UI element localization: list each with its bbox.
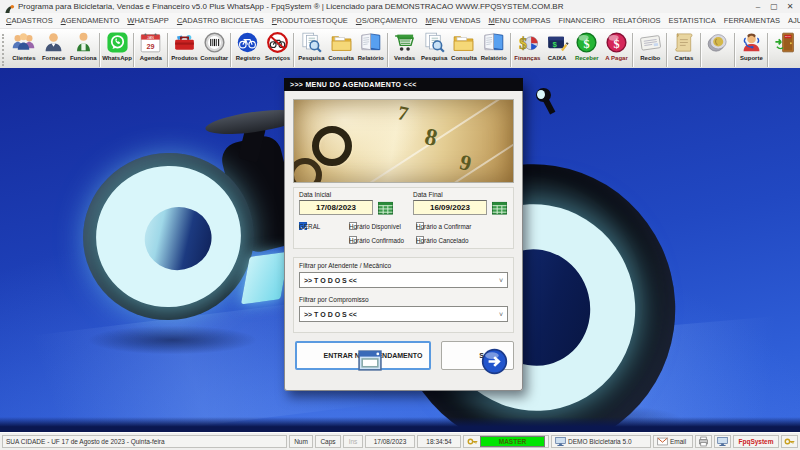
menu-item-label: ESTATISTICA — [669, 16, 716, 25]
toolbar-separator — [666, 33, 668, 67]
toolbar-button-consulta[interactable]: Consulta — [326, 30, 356, 70]
folder-icon — [330, 31, 353, 54]
menu-item-whatsapp[interactable]: WHATSAPP — [123, 16, 173, 25]
toolbar-separator — [293, 33, 295, 67]
toolbar-button-registro[interactable]: Registro — [233, 30, 263, 70]
status-user-panel: MASTER — [463, 435, 549, 448]
maximize-icon[interactable]: ▢ — [766, 0, 782, 13]
cash-book-icon: $ — [546, 31, 569, 54]
support-icon — [740, 31, 763, 54]
toolbar-button-suporte[interactable]: Suporte — [737, 30, 767, 70]
toolbar-button-relatorio[interactable]: Relatório — [356, 30, 386, 70]
toolbar-button-fornece[interactable]: Fornece — [39, 30, 69, 70]
menu-item-label: RELATÓRIOS — [613, 16, 661, 25]
toolbar-separator — [510, 33, 512, 67]
toolbar-button-label: Finanças — [514, 54, 540, 62]
toolbar-button-coin[interactable] — [703, 30, 733, 70]
menu-item-os-orcamento[interactable]: OS/ORÇAMENTO — [352, 16, 422, 25]
menu-item-ajuda[interactable]: AJUDA — [784, 16, 800, 25]
menu-item-ferramentas[interactable]: FERRAMENTAS — [720, 16, 784, 25]
checkbox-horario-a-confirmar[interactable]: Horário a Confirmar — [416, 222, 424, 230]
status-num: Num — [289, 435, 313, 448]
toolbar-button-receber[interactable]: $Receber — [572, 30, 602, 70]
app-logo-icon — [4, 1, 15, 12]
bike-mirror-glow — [537, 90, 545, 99]
toolbar-button-exit-door[interactable]: EXIT — [770, 30, 800, 70]
svg-text:29: 29 — [147, 43, 155, 51]
toolbar: ClientesForneceFuncionaWhatsAppJAN29Agen… — [0, 29, 800, 71]
toolbar-button-vendas[interactable]: Vendas — [390, 30, 420, 70]
svg-text:$: $ — [584, 37, 590, 51]
menu-item-menu-compras[interactable]: MENU COMPRAS — [484, 16, 554, 25]
menu-item-cadastros[interactable]: CADASTROS — [2, 16, 57, 25]
toolbar-button-consulta[interactable]: Consulta — [449, 30, 479, 70]
status-product: DEMO Bicicletaria 5.0 — [568, 438, 632, 445]
menu-item-cadastro-bicicletas[interactable]: CADASTRO BICICLETAS — [173, 16, 268, 25]
menu-item-label: CADASTROS — [6, 16, 53, 25]
date-end-field[interactable]: 16/09/2023 — [413, 200, 487, 215]
menu-item-menu-vendas[interactable]: MENU VENDAS — [421, 16, 484, 25]
sair-button[interactable]: SAIR — [441, 341, 514, 370]
search-doc-icon — [423, 31, 446, 54]
menu-item-relatorios[interactable]: RELATÓRIOS — [609, 16, 665, 25]
date-end-calendar-button[interactable] — [492, 201, 507, 215]
toolbar-button-label: Registro — [236, 54, 260, 62]
toolbar-button-caixa[interactable]: $CAIXA — [542, 30, 572, 70]
toolbar-button-agenda[interactable]: JAN29Agenda — [136, 30, 166, 70]
money-pie-icon: $ — [516, 31, 539, 54]
checkbox-horario-cancelado-label: Horário Cancelado — [416, 237, 469, 244]
enter-agendamento-button[interactable]: ENTRAR NO AGENDAMENTO — [295, 341, 431, 370]
menu-item-label: AJUDA — [788, 16, 800, 25]
close-icon[interactable]: ✕ — [782, 0, 798, 13]
coin-icon — [706, 31, 729, 54]
toolbar-button-label: Consulta — [451, 54, 477, 62]
minimize-icon[interactable]: – — [750, 0, 766, 13]
checkbox-horario-confirmado[interactable]: Horário Confirmado — [349, 236, 357, 244]
svg-text:$: $ — [552, 40, 557, 49]
status-caps: Caps — [315, 435, 341, 448]
toolbar-button-clientes[interactable]: Clientes — [9, 30, 39, 70]
people-icon — [12, 31, 35, 54]
toolbar-button-label: Agenda — [140, 54, 162, 62]
toolbar-button-servicos[interactable]: Serviços — [263, 30, 293, 70]
person-icon — [42, 31, 65, 54]
toolbar-button-cartas[interactable]: Cartas — [669, 30, 699, 70]
monitor-icon — [555, 436, 566, 447]
toolbar-button-relatorio[interactable]: Relatório — [479, 30, 509, 70]
menu-item-label: WHATSAPP — [127, 16, 169, 25]
filter-commitment-select[interactable]: >> T O D O S << ˅ — [299, 306, 508, 322]
date-start-field[interactable]: 17/08/2023 — [299, 200, 373, 215]
toolbar-button-label: CAIXA — [548, 54, 567, 62]
status-monitor-panel[interactable] — [714, 435, 731, 448]
toolbar-button-label: Pesquisa — [421, 54, 447, 62]
filter-attendant-select[interactable]: >> T O D O S << ˅ — [299, 272, 508, 288]
menu-item-estatistica[interactable]: ESTATISTICA — [665, 16, 720, 25]
checkbox-horario-disponivel[interactable]: Horário Disponível — [349, 222, 357, 230]
menu-item-label: FERRAMENTAS — [724, 16, 780, 25]
toolbar-button-pesquisa[interactable]: Pesquisa — [419, 30, 449, 70]
menu-item-produto-estoque[interactable]: PRODUTO/ESTOQUE — [268, 16, 352, 25]
status-user-badge: MASTER — [480, 436, 545, 447]
toolbar-separator — [133, 33, 135, 67]
status-email-label: Email — [670, 438, 686, 445]
checkbox-geral[interactable]: GERAL — [299, 222, 307, 230]
checkbox-horario-cancelado[interactable]: Horário Cancelado — [416, 236, 424, 244]
status-email-panel[interactable]: Email — [653, 435, 693, 448]
date-start-calendar-button[interactable] — [378, 201, 393, 215]
toolbar-button-recibo[interactable]: Recibo — [635, 30, 665, 70]
toolbar-button-whatsapp[interactable]: WhatsApp — [102, 30, 132, 70]
toolbar-button-label: Consulta — [328, 54, 354, 62]
receipt-icon — [639, 31, 662, 54]
status-printer-panel[interactable] — [695, 435, 712, 448]
menu-item-agendamento[interactable]: AGENDAMENTO — [57, 16, 124, 25]
window-title: Programa para Bicicletaria, Vendas e Fin… — [18, 2, 750, 11]
menu-item-financeiro[interactable]: FINANCEIRO — [555, 16, 609, 25]
toolbar-button-label: Cartas — [675, 54, 694, 62]
toolbar-button-a-pagar[interactable]: $A Pagar — [602, 30, 632, 70]
toolbar-button-funciona[interactable]: Funciona — [68, 30, 98, 70]
cart-icon — [393, 31, 416, 54]
toolbar-button-pesquisa[interactable]: Pesquisa — [296, 30, 326, 70]
toolbar-button-consultar[interactable]: Consultar — [199, 30, 229, 70]
toolbar-button-produtos[interactable]: Produtos — [170, 30, 200, 70]
toolbar-button-financas[interactable]: $Finanças — [513, 30, 543, 70]
